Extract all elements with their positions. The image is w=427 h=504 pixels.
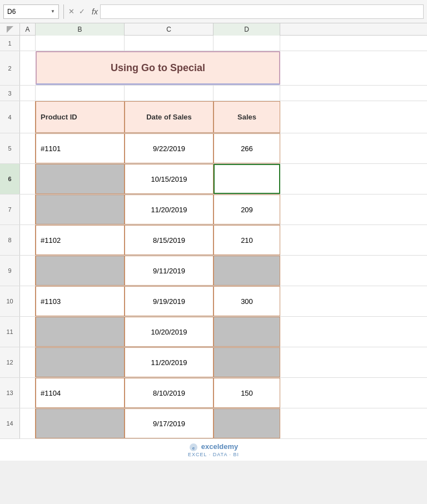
column-headers: A B C D: [0, 23, 427, 36]
cell-c10[interactable]: 9/19/2019: [125, 286, 214, 316]
footer-tagline: EXCEL · DATA · BI: [0, 452, 427, 457]
spreadsheet-title: Using Go to Special: [111, 62, 205, 74]
brand-name: exceldemy: [201, 442, 239, 451]
cell-a13[interactable]: [20, 378, 36, 408]
fx-icon[interactable]: fx: [92, 7, 98, 16]
formula-icons: ✕ ✓ fx: [68, 7, 98, 16]
cell-d4-header[interactable]: Sales: [214, 101, 280, 133]
cell-c12[interactable]: 11/20/2019: [125, 347, 214, 377]
row-header-11: 11: [0, 317, 20, 347]
cell-b4-header[interactable]: Product ID: [36, 101, 125, 133]
cell-name-box[interactable]: D6 ▼: [3, 4, 59, 19]
cell-d1[interactable]: [214, 36, 280, 51]
table-row: 14 9/17/2019: [0, 408, 427, 439]
cell-b14[interactable]: [36, 408, 125, 438]
cell-a12[interactable]: [20, 347, 36, 377]
row-header-2: 2: [0, 51, 20, 85]
row-header-10: 10: [0, 286, 20, 316]
cell-c9[interactable]: 9/11/2019: [125, 256, 214, 286]
cell-d9[interactable]: [214, 256, 280, 286]
cell-b9[interactable]: [36, 256, 125, 286]
grid-body: 1 2 Using Go to Special 3 4: [0, 36, 427, 439]
spreadsheet: A B C D 1 2 Using Go to Special 3: [0, 23, 427, 439]
cell-b8[interactable]: #1102: [36, 225, 125, 255]
row-header-6: 6: [0, 164, 20, 194]
col-header-b[interactable]: B: [36, 23, 125, 36]
cell-a8[interactable]: [20, 225, 36, 255]
formula-input[interactable]: [100, 4, 424, 19]
row-header-1: 1: [0, 36, 20, 51]
cell-b5[interactable]: #1101: [36, 133, 125, 163]
cell-b12[interactable]: [36, 347, 125, 377]
cell-c5[interactable]: 9/22/2019: [125, 133, 214, 163]
cell-b11[interactable]: [36, 317, 125, 347]
cell-a7[interactable]: [20, 194, 36, 224]
formula-divider: [63, 4, 64, 19]
grid-row-2: 2 Using Go to Special: [0, 51, 427, 86]
col-header-d[interactable]: D: [214, 23, 280, 36]
cell-c7[interactable]: 11/20/2019: [125, 194, 214, 224]
cell-d14[interactable]: [214, 408, 280, 438]
name-box-dropdown-icon[interactable]: ▼: [51, 9, 55, 14]
cell-a5[interactable]: [20, 133, 36, 163]
cell-a11[interactable]: [20, 317, 36, 347]
cell-a14[interactable]: [20, 408, 36, 438]
cell-d7[interactable]: 209: [214, 194, 280, 224]
table-row: 10 #1103 9/19/2019 300: [0, 286, 427, 317]
table-row: 6 10/15/2019: [0, 164, 427, 194]
brand-icon: e: [189, 443, 198, 452]
corner-cell: [0, 23, 20, 35]
col-header-a[interactable]: A: [20, 23, 36, 36]
cell-a10[interactable]: [20, 286, 36, 316]
footer: e exceldemy EXCEL · DATA · BI: [0, 439, 427, 461]
header-date-of-sales: Date of Sales: [146, 113, 192, 121]
cell-c6[interactable]: 10/15/2019: [125, 164, 214, 194]
cell-d6[interactable]: [214, 164, 280, 194]
table-row: 7 11/20/2019 209: [0, 194, 427, 225]
formula-bar: D6 ▼ ✕ ✓ fx: [0, 0, 427, 23]
cell-d10[interactable]: 300: [214, 286, 280, 316]
col-header-c[interactable]: C: [125, 23, 214, 36]
cell-c11[interactable]: 10/20/2019: [125, 317, 214, 347]
row-header-9: 9: [0, 256, 20, 286]
cell-d11[interactable]: [214, 317, 280, 347]
cell-b1[interactable]: [36, 36, 125, 51]
cell-b13[interactable]: #1104: [36, 378, 125, 408]
table-row: 5 #1101 9/22/2019 266: [0, 133, 427, 164]
row-header-12: 12: [0, 347, 20, 377]
cell-a4[interactable]: [20, 101, 36, 133]
confirm-icon[interactable]: ✓: [79, 7, 85, 16]
cell-a2[interactable]: [20, 51, 36, 85]
row-header-4: 4: [0, 101, 20, 133]
cell-c3[interactable]: [125, 86, 214, 101]
header-sales: Sales: [237, 113, 256, 121]
cell-d5[interactable]: 266: [214, 133, 280, 163]
cell-a6[interactable]: [20, 164, 36, 194]
cell-d3[interactable]: [214, 86, 280, 101]
grid-row-3: 3: [0, 86, 427, 101]
table-row: 13 #1104 8/10/2019 150: [0, 378, 427, 408]
svg-text:e: e: [192, 446, 195, 451]
select-all-icon[interactable]: [7, 26, 13, 33]
cell-d8[interactable]: 210: [214, 225, 280, 255]
table-row: 8 #1102 8/15/2019 210: [0, 225, 427, 256]
cell-b3[interactable]: [36, 86, 125, 101]
svg-marker-0: [7, 26, 13, 33]
cell-d13[interactable]: 150: [214, 378, 280, 408]
cell-c13[interactable]: 8/10/2019: [125, 378, 214, 408]
row-header-3: 3: [0, 86, 20, 101]
row-header-14: 14: [0, 408, 20, 438]
cancel-icon[interactable]: ✕: [68, 7, 75, 16]
cell-a9[interactable]: [20, 256, 36, 286]
cell-c1[interactable]: [125, 36, 214, 51]
cell-c14[interactable]: 9/17/2019: [125, 408, 214, 438]
cell-b10[interactable]: #1103: [36, 286, 125, 316]
cell-a1[interactable]: [20, 36, 36, 51]
cell-b7[interactable]: [36, 194, 125, 224]
cell-a3[interactable]: [20, 86, 36, 101]
cell-c8[interactable]: 8/15/2019: [125, 225, 214, 255]
cell-c4-header[interactable]: Date of Sales: [125, 101, 214, 133]
cell-d12[interactable]: [214, 347, 280, 377]
cell-reference: D6: [7, 8, 16, 16]
cell-b6[interactable]: [36, 164, 125, 194]
